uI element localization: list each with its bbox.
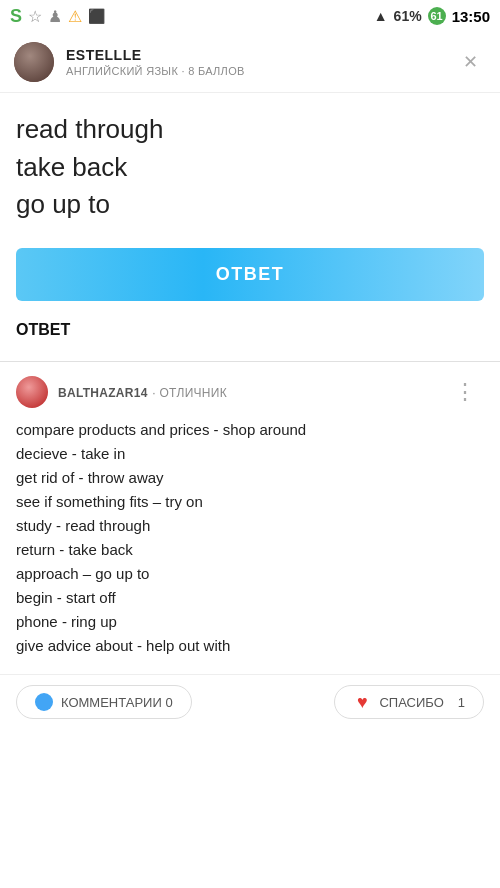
phrase-line1: read through <box>16 114 163 144</box>
app-logo-icon: S <box>10 6 22 27</box>
notification-badge: 61 <box>428 7 446 25</box>
time-display: 13:50 <box>452 8 490 25</box>
answer-section: BALTHAZAR14 · ОТЛИЧНИК ⋮ compare product… <box>0 376 500 658</box>
comments-button[interactable]: КОММЕНТАРИИ 0 <box>16 685 192 719</box>
answer-section-label: ОТВЕТ <box>16 321 484 339</box>
battery-icon: ⬛ <box>88 8 105 24</box>
avatar-image <box>14 42 54 82</box>
answer-user-badge: · ОТЛИЧНИК <box>152 386 227 400</box>
comment-icon <box>35 693 53 711</box>
more-options-button[interactable]: ⋮ <box>448 379 484 405</box>
battery-percent: 61% <box>394 8 422 24</box>
status-left: S ☆ ♟ ⚠ ⬛ <box>10 6 105 27</box>
card-header-info: ESTELLLE АНГЛИЙСКИЙ ЯЗЫК · 8 БАЛЛОВ <box>66 47 455 77</box>
card-user-name: ESTELLLE <box>66 47 455 63</box>
answer-button[interactable]: ОТВЕТ <box>16 248 484 301</box>
signal-icon: ▲ <box>374 8 388 24</box>
answer-user-avatar <box>16 376 48 408</box>
answer-user-info: BALTHAZAR14 · ОТЛИЧНИК <box>58 383 448 401</box>
status-right: ▲ 61% 61 13:50 <box>374 7 490 25</box>
status-bar: S ☆ ♟ ⚠ ⬛ ▲ 61% 61 13:50 <box>0 0 500 32</box>
ghost-icon: ♟ <box>48 7 62 26</box>
thanks-button[interactable]: ♥ СПАСИБО 1 <box>334 685 484 719</box>
answer-text: compare products and prices - shop aroun… <box>16 421 306 654</box>
divider <box>0 361 500 362</box>
close-button[interactable]: ✕ <box>455 47 486 77</box>
avatar <box>14 42 54 82</box>
star-icon: ☆ <box>28 7 42 26</box>
answer-user-header: BALTHAZAR14 · ОТЛИЧНИК ⋮ <box>16 376 484 408</box>
card-user-meta: АНГЛИЙСКИЙ ЯЗЫК · 8 БАЛЛОВ <box>66 65 455 77</box>
warning-icon: ⚠ <box>68 7 82 26</box>
thanks-count: 1 <box>458 695 465 710</box>
phrase-text: read through take back go up to <box>16 111 484 224</box>
answer-body: compare products and prices - shop aroun… <box>16 418 484 658</box>
heart-icon: ♥ <box>353 693 371 711</box>
footer-actions: КОММЕНТАРИИ 0 ♥ СПАСИБО 1 <box>0 674 500 729</box>
answer-user-name: BALTHAZAR14 <box>58 386 148 400</box>
main-content: read through take back go up to ОТВЕТ ОТ… <box>0 93 500 361</box>
phrase-line2: take back <box>16 152 127 182</box>
thanks-label: СПАСИБО <box>379 695 443 710</box>
card-header: ESTELLLE АНГЛИЙСКИЙ ЯЗЫК · 8 БАЛЛОВ ✕ <box>0 32 500 93</box>
comments-label: КОММЕНТАРИИ 0 <box>61 695 173 710</box>
phrase-line3: go up to <box>16 189 110 219</box>
